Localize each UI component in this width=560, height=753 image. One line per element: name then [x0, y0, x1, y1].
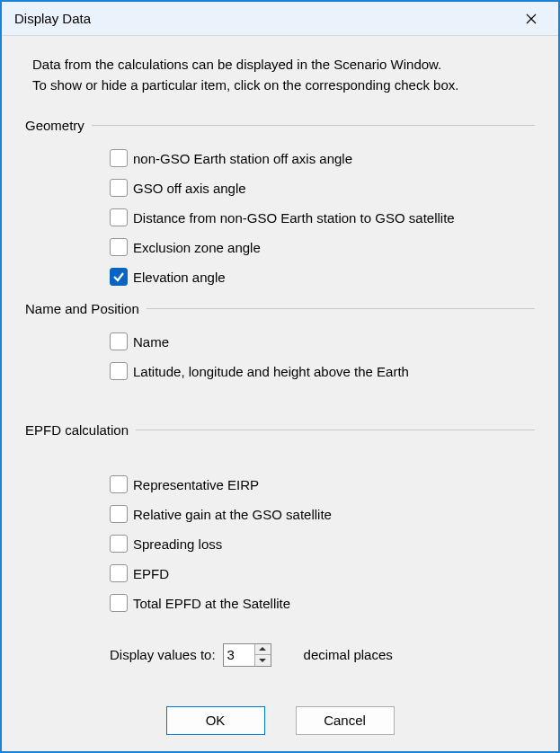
checkbox-distance-gso[interactable]: Distance from non-GSO Earth station to G… — [110, 203, 535, 233]
divider — [147, 308, 535, 309]
checkbox-icon — [110, 149, 128, 167]
geometry-checkbox-list: non-GSO Earth station off axis angle GSO… — [110, 144, 535, 292]
ok-button[interactable]: OK — [166, 706, 265, 735]
spin-up-button[interactable] — [255, 644, 271, 655]
checkbox-name[interactable]: Name — [110, 327, 535, 357]
dialog-content: Data from the calculations can be displa… — [2, 36, 558, 751]
group-header-epfd: EPFD calculation — [25, 422, 535, 438]
intro-text: Data from the calculations can be displa… — [25, 54, 535, 96]
decimal-input[interactable] — [224, 644, 254, 666]
decimal-spinner — [223, 643, 271, 667]
button-row: OK Cancel — [25, 706, 535, 735]
titlebar: Display Data — [2, 2, 558, 36]
spacer — [25, 395, 535, 422]
chevron-up-icon — [259, 646, 266, 651]
checkbox-icon — [110, 362, 128, 380]
checkbox-label: Latitude, longitude and height above the… — [133, 364, 409, 379]
checkbox-gso-off-axis[interactable]: GSO off axis angle — [110, 173, 535, 203]
checkbox-label: Exclusion zone angle — [133, 240, 261, 255]
checkbox-icon — [110, 238, 128, 256]
checkbox-representative-eirp[interactable]: Representative EIRP — [110, 470, 535, 500]
checkbox-non-gso-off-axis[interactable]: non-GSO Earth station off axis angle — [110, 144, 535, 173]
checkbox-epfd[interactable]: EPFD — [110, 559, 535, 589]
name-position-checkbox-list: Name Latitude, longitude and height abov… — [110, 327, 535, 386]
checkbox-total-epfd[interactable]: Total EPFD at the Satellite — [110, 589, 535, 618]
window-title: Display Data — [14, 11, 91, 26]
dialog-window: Display Data Data from the calculations … — [0, 0, 560, 753]
decimal-places-row: Display values to: decimal places — [110, 643, 535, 667]
close-button[interactable] — [511, 5, 551, 32]
checkbox-icon — [110, 505, 128, 523]
spin-buttons — [254, 644, 271, 666]
checkbox-exclusion-zone[interactable]: Exclusion zone angle — [110, 233, 535, 262]
group-label-geometry: Geometry — [25, 118, 84, 133]
decimal-prefix-label: Display values to: — [110, 647, 216, 662]
intro-line-1: Data from the calculations can be displa… — [32, 54, 535, 75]
checkbox-label: EPFD — [133, 566, 169, 581]
checkbox-icon — [110, 208, 128, 226]
spin-down-button[interactable] — [255, 654, 271, 666]
checkbox-label: Elevation angle — [133, 270, 226, 285]
divider — [92, 125, 535, 126]
checkbox-label: Spreading loss — [133, 536, 222, 552]
checkbox-relative-gain[interactable]: Relative gain at the GSO satellite — [110, 500, 535, 529]
decimal-suffix-label: decimal places — [304, 647, 393, 662]
chevron-down-icon — [259, 658, 266, 663]
checkbox-label: Relative gain at the GSO satellite — [133, 507, 332, 522]
checkbox-spreading-loss[interactable]: Spreading loss — [110, 529, 535, 559]
checkbox-icon — [110, 475, 128, 493]
checkbox-elevation-angle[interactable]: Elevation angle — [110, 262, 535, 292]
cancel-button[interactable]: Cancel — [296, 706, 395, 735]
group-header-geometry: Geometry — [25, 118, 535, 133]
checkbox-label: Total EPFD at the Satellite — [133, 596, 290, 611]
checkbox-label: Representative EIRP — [133, 477, 259, 492]
group-header-name-position: Name and Position — [25, 301, 535, 316]
divider — [136, 430, 535, 430]
checkbox-label: Distance from non-GSO Earth station to G… — [133, 210, 455, 226]
group-label-name-position: Name and Position — [25, 301, 139, 316]
checkbox-lat-lon-height[interactable]: Latitude, longitude and height above the… — [110, 357, 535, 386]
epfd-checkbox-list: Representative EIRP Relative gain at the… — [110, 470, 535, 618]
intro-line-2: To show or hide a particular item, click… — [32, 75, 535, 95]
checkbox-icon — [110, 535, 128, 553]
checkbox-label: Name — [133, 334, 169, 350]
checkbox-label: non-GSO Earth station off axis angle — [133, 151, 352, 166]
checkbox-icon — [110, 594, 128, 612]
checkbox-icon — [110, 268, 128, 286]
group-label-epfd: EPFD calculation — [25, 422, 129, 438]
close-icon — [526, 13, 537, 24]
checkbox-icon — [110, 179, 128, 197]
checkbox-label: GSO off axis angle — [133, 181, 246, 196]
checkbox-icon — [110, 332, 128, 350]
checkbox-icon — [110, 564, 128, 582]
